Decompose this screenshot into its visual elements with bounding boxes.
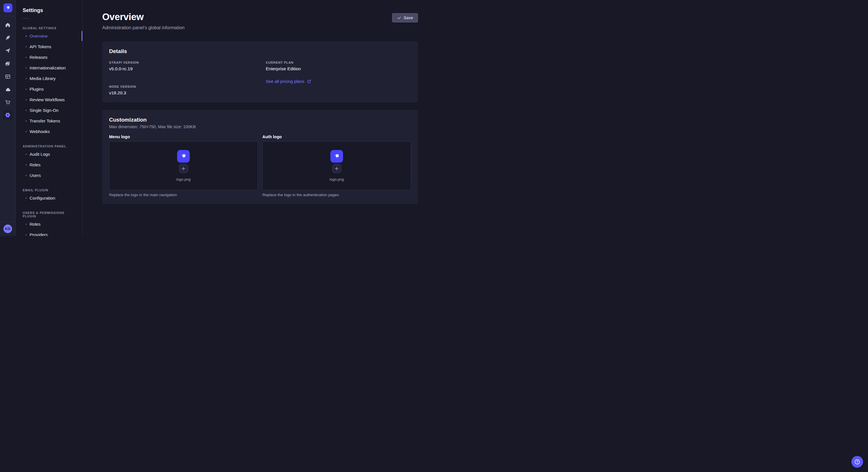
sidebar-item-label: Review Workflows [30, 97, 65, 102]
feather-icon[interactable] [3, 33, 13, 43]
images-glyph [5, 61, 11, 67]
bullet-icon [26, 198, 27, 199]
menu-logo-label: Menu logo [109, 134, 258, 139]
media-images-icon[interactable] [3, 59, 13, 69]
bullet-icon [26, 99, 27, 100]
auth-logo-dropzone[interactable]: logo.png [262, 141, 411, 190]
auth-logo-add-button[interactable] [332, 164, 341, 173]
sidebar-item-releases[interactable]: Releases [16, 52, 82, 63]
sidebar-item-label: Plugins [30, 87, 43, 92]
sidebar-item-api-tokens[interactable]: API Tokens [16, 41, 82, 52]
details-card-title: Details [109, 48, 411, 55]
sidebar-item-admin-roles[interactable]: Roles [16, 160, 82, 170]
user-avatar[interactable]: KD [3, 225, 12, 233]
menu-logo-block: Menu logo [109, 134, 258, 197]
sidebar-item-label: Media Library [30, 76, 56, 81]
sidebar-item-single-sign-on[interactable]: Single Sign-On [16, 105, 82, 115]
section-administration-panel: ADMINISTRATION PANEL [16, 144, 82, 148]
sidebar-item-up-roles[interactable]: Roles [16, 219, 82, 229]
strapi-logo-icon [333, 153, 340, 160]
menu-logo-helper: Replace the logo in the main navigation [109, 193, 258, 197]
customization-card-title: Customization [109, 117, 411, 123]
auth-logo-filename: logo.png [330, 177, 344, 181]
strapi-version-label: STRAPI VERSION [109, 61, 254, 64]
sidebar-item-label: Configuration [30, 196, 55, 200]
paper-plane-glyph [5, 48, 11, 54]
strapi-logo-icon [180, 153, 187, 160]
menu-logo-preview [177, 150, 190, 163]
sidebar-item-label: Roles [30, 162, 40, 167]
sidebar-item-overview[interactable]: Overview [16, 31, 82, 41]
sidebar-item-up-providers[interactable]: Providers [16, 229, 82, 236]
settings-gear-icon[interactable] [3, 110, 12, 120]
pricing-plans-link[interactable]: See all pricing plans [266, 79, 311, 84]
sidebar-item-label: Providers [30, 232, 48, 236]
icon-menu [3, 16, 13, 120]
main-icon-sidebar: KD [0, 0, 16, 236]
sidebar-item-label: Roles [30, 222, 40, 227]
bullet-icon [26, 131, 27, 132]
sidebar-item-audit-logs[interactable]: Audit Logs [16, 149, 82, 160]
pricing-plans-link-label: See all pricing plans [266, 79, 304, 84]
page-header: Overview Administration panel’s global i… [102, 11, 418, 30]
layout-icon[interactable] [3, 71, 13, 82]
section-users-permissions-plugin: USERS & PERMISSIONS PLUGIN [16, 211, 82, 218]
details-left-column: STRAPI VERSION v5.0.0-rc.19 NODE VERSION… [109, 61, 254, 96]
auth-logo-block: Auth logo [262, 134, 411, 197]
home-glyph [5, 22, 11, 28]
feather-glyph [5, 35, 11, 41]
plus-icon [334, 166, 339, 171]
section-email-plugin: EMAIL PLUGIN [16, 189, 82, 192]
main-content: Overview Administration panel’s global i… [83, 0, 434, 236]
sidebar-footer: KD [0, 222, 16, 236]
node-version-field: NODE VERSION v18.20.3 [109, 85, 254, 96]
strapi-version-field: STRAPI VERSION v5.0.0-rc.19 [109, 61, 254, 71]
sidebar-item-label: Single Sign-On [30, 108, 59, 113]
plus-icon [181, 166, 186, 171]
bullet-icon [26, 234, 27, 235]
sidebar-item-email-configuration[interactable]: Configuration [16, 193, 82, 203]
sidebar-item-transfer-tokens[interactable]: Transfer Tokens [16, 115, 82, 126]
save-button-label: Save [404, 15, 413, 20]
bullet-icon [26, 164, 27, 165]
current-plan-field: CURRENT PLAN Enterprise Edition [266, 61, 411, 71]
cloud-icon[interactable] [3, 84, 13, 95]
menu-logo-add-button[interactable] [179, 164, 188, 173]
brand-area [0, 0, 16, 16]
current-plan-value: Enterprise Edition [266, 66, 411, 71]
sidebar-item-plugins[interactable]: Plugins [16, 84, 82, 94]
sidebar-item-admin-users[interactable]: Users [16, 170, 82, 181]
sidebar-item-webhooks[interactable]: Webhooks [16, 126, 82, 137]
menu-logo-filename: logo.png [176, 177, 191, 181]
cart-glyph [5, 100, 11, 105]
bullet-icon [26, 89, 27, 90]
sidebar-item-internationalization[interactable]: Internationalization [16, 63, 82, 73]
current-plan-label: CURRENT PLAN [266, 61, 411, 64]
settings-subnav: Settings GLOBAL SETTINGS Overview API To… [16, 0, 83, 236]
page-title: Overview [102, 11, 185, 22]
app-window: KD Settings GLOBAL SETTINGS Overview API… [0, 0, 434, 236]
bullet-icon [26, 121, 27, 122]
gear-glyph [5, 112, 11, 118]
details-right-column: CURRENT PLAN Enterprise Edition See all … [266, 61, 411, 96]
strapi-logo[interactable] [3, 3, 12, 12]
menu-logo-dropzone[interactable]: logo.png [109, 141, 258, 190]
bullet-icon [26, 224, 27, 225]
active-indicator [82, 31, 82, 41]
paper-plane-icon[interactable] [3, 45, 13, 56]
bullet-icon [26, 110, 27, 111]
sidebar-item-label: API Tokens [30, 44, 51, 49]
cart-icon[interactable] [3, 97, 13, 107]
node-version-value: v18.20.3 [109, 90, 254, 96]
logo-uploads: Menu logo [109, 134, 411, 197]
section-global-settings: GLOBAL SETTINGS [16, 26, 82, 30]
bullet-icon [26, 175, 27, 176]
bullet-icon [26, 36, 27, 37]
sidebar-item-media-library[interactable]: Media Library [16, 73, 82, 84]
external-link-icon [307, 79, 311, 84]
bullet-icon [26, 46, 27, 47]
save-button[interactable]: Save [392, 13, 418, 22]
customization-card-subtitle: Max dimension: 750×750, Max file size: 1… [109, 125, 411, 129]
sidebar-item-review-workflows[interactable]: Review Workflows [16, 94, 82, 105]
home-icon[interactable] [3, 20, 13, 30]
